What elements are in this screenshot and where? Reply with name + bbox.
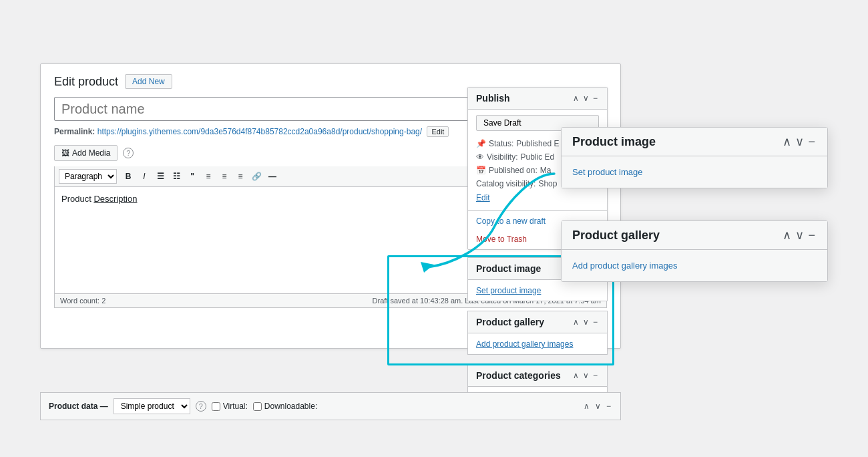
- pin-icon: 📌: [476, 139, 486, 148]
- catalog-value: Shop: [538, 179, 557, 188]
- publish-collapse-button[interactable]: −: [592, 94, 599, 103]
- page-wrapper: Edit product Add New Permalink: https://…: [0, 0, 868, 457]
- pc-up-button[interactable]: ∧: [572, 371, 580, 380]
- product-image-overlay-body: Set product image: [562, 156, 827, 188]
- add-new-button[interactable]: Add New: [125, 74, 172, 89]
- pd-up-button[interactable]: ∧: [582, 402, 591, 411]
- pgo-up-button[interactable]: ∧: [781, 228, 793, 243]
- content-text: Product: [61, 194, 93, 204]
- product-image-overlay-controls: ∧ ∨ −: [781, 134, 817, 149]
- set-product-image-bg-link[interactable]: Set product image: [476, 286, 541, 295]
- product-image-bg-body: Set product image: [468, 280, 607, 301]
- align-left-button[interactable]: ≡: [201, 169, 216, 184]
- pgo-down-button[interactable]: ∨: [794, 228, 805, 243]
- product-image-bg-title: Product image: [476, 263, 541, 274]
- bold-button[interactable]: B: [121, 169, 136, 184]
- product-gallery-bg-title: Product gallery: [476, 317, 544, 327]
- media-icon: 🖼: [61, 148, 69, 158]
- product-categories-controls: ∧ ∨ −: [572, 371, 599, 380]
- pio-down-button[interactable]: ∨: [794, 134, 805, 149]
- product-gallery-panel-bg: Product gallery ∧ ∨ − Add product galler…: [467, 311, 608, 355]
- catalog-label: Catalog visibility:: [476, 179, 535, 188]
- product-gallery-bg-body: Add product gallery images: [468, 333, 607, 354]
- add-gallery-bg-link[interactable]: Add product gallery images: [476, 339, 573, 349]
- permalink-url[interactable]: https://plugins.yithemes.com/9da3e576d4f…: [97, 127, 422, 136]
- help-icon[interactable]: ?: [123, 148, 134, 158]
- pd-collapse-button[interactable]: −: [605, 402, 612, 411]
- help-icon-data[interactable]: ?: [196, 401, 206, 412]
- product-image-overlay: Product image ∧ ∨ − Set product image: [561, 127, 828, 188]
- product-image-overlay-header: Product image ∧ ∨ −: [562, 128, 827, 156]
- product-data-label: Product data —: [49, 402, 108, 411]
- italic-button[interactable]: I: [137, 169, 152, 184]
- copy-draft-link[interactable]: Copy to a new draft: [476, 216, 546, 226]
- product-gallery-overlay-body: Add product gallery images: [562, 250, 827, 281]
- more-button[interactable]: —: [265, 169, 280, 184]
- set-product-image-link[interactable]: Set product image: [572, 167, 643, 177]
- ul-button[interactable]: ☰: [153, 169, 168, 184]
- pio-up-button[interactable]: ∧: [781, 134, 793, 149]
- add-media-label: Add Media: [72, 148, 110, 158]
- product-categories-title: Product categories: [476, 370, 561, 381]
- publish-down-button[interactable]: ∨: [582, 94, 590, 103]
- visibility-value: Public Ed: [520, 152, 554, 162]
- product-categories-header: Product categories ∧ ∨ −: [468, 365, 607, 387]
- pgo-collapse-button[interactable]: −: [807, 228, 817, 243]
- publish-panel-header: Publish ∧ ∨ −: [468, 88, 607, 110]
- product-image-overlay-title: Product image: [572, 135, 656, 149]
- product-gallery-bg-controls: ∧ ∨ −: [572, 317, 599, 327]
- add-media-button[interactable]: 🖼 Add Media: [54, 145, 118, 161]
- visibility-label: Visibility:: [487, 152, 517, 162]
- pg-down-button[interactable]: ∨: [582, 317, 590, 327]
- product-data-bar: Product data — Simple product ? Virtual:…: [40, 392, 621, 420]
- downloadable-row: Downloadable:: [253, 402, 317, 411]
- product-gallery-overlay-controls: ∧ ∨ −: [781, 228, 817, 243]
- blockquote-button[interactable]: ": [185, 169, 200, 184]
- product-gallery-bg-header: Product gallery ∧ ∨ −: [468, 311, 607, 333]
- content-description: Description: [93, 194, 137, 204]
- ol-button[interactable]: ☷: [169, 169, 184, 184]
- product-gallery-overlay: Product gallery ∧ ∨ − Add product galler…: [561, 220, 828, 282]
- pc-down-button[interactable]: ∨: [582, 371, 590, 380]
- add-gallery-overlay-link[interactable]: Add product gallery images: [572, 261, 678, 271]
- virtual-label: Virtual:: [223, 402, 248, 411]
- paragraph-select[interactable]: Paragraph: [59, 169, 117, 184]
- product-gallery-overlay-header: Product gallery ∧ ∨ −: [562, 221, 827, 250]
- product-data-controls: ∧ ∨ −: [582, 402, 612, 411]
- move-trash-link[interactable]: Move to Trash: [476, 235, 527, 244]
- virtual-checkbox[interactable]: [212, 402, 220, 411]
- catalog-edit-link[interactable]: Edit: [476, 193, 490, 202]
- downloadable-label: Downloadable:: [264, 402, 317, 411]
- product-name-input[interactable]: [54, 97, 468, 121]
- pg-collapse-button[interactable]: −: [592, 317, 599, 327]
- product-gallery-overlay-title: Product gallery: [572, 228, 660, 243]
- word-count: Word count: 2: [60, 297, 105, 305]
- eye-icon: 👁: [476, 152, 484, 162]
- page-title: Edit product: [54, 75, 118, 89]
- virtual-row: Virtual:: [212, 402, 248, 411]
- pd-down-button[interactable]: ∨: [594, 402, 602, 411]
- pio-collapse-button[interactable]: −: [807, 134, 817, 149]
- permalink-label: Permalink:: [54, 127, 95, 136]
- link-button[interactable]: 🔗: [249, 169, 264, 184]
- pg-up-button[interactable]: ∧: [572, 317, 580, 327]
- publish-up-button[interactable]: ∧: [572, 94, 580, 103]
- published-label: Published on:: [489, 166, 537, 175]
- product-type-select[interactable]: Simple product: [114, 398, 190, 414]
- publish-panel-title: Publish: [476, 93, 510, 104]
- status-label: Status:: [489, 139, 513, 148]
- permalink-edit-button[interactable]: Edit: [427, 126, 449, 137]
- published-value: Ma: [540, 166, 552, 175]
- pc-collapse-button[interactable]: −: [592, 371, 599, 380]
- calendar-icon: 📅: [476, 166, 486, 175]
- downloadable-checkbox[interactable]: [253, 402, 262, 411]
- publish-panel-controls: ∧ ∨ −: [572, 94, 599, 103]
- status-value: Published E: [516, 139, 559, 148]
- align-right-button[interactable]: ≡: [233, 169, 248, 184]
- align-center-button[interactable]: ≡: [217, 169, 232, 184]
